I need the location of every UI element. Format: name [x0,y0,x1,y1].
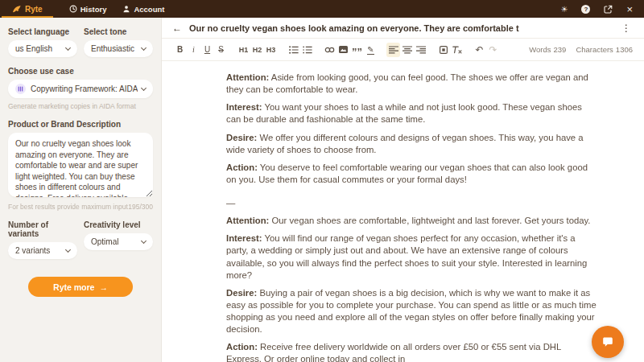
creativity-select[interactable]: Optimal [84,233,153,250]
clear-format-icon [452,46,462,54]
paragraph-interest-1[interactable]: Interest: You want your shoes to last a … [226,101,598,125]
paragraph-lead: Action: [226,342,258,352]
h2-button[interactable]: H2 [250,43,264,57]
export-icon[interactable] [604,5,613,14]
help-icon[interactable]: ? [581,5,590,14]
language-select[interactable]: us English [8,40,77,57]
align-center-button[interactable] [400,43,414,57]
chevron-down-icon [141,237,147,243]
underline-button[interactable]: U [200,43,214,57]
paragraph-lead: Interest: [226,102,262,112]
variants-select[interactable]: 2 variants [8,242,77,259]
ordered-list-icon [303,46,312,54]
language-label: Select language [8,27,77,36]
editor-toolbar: B i U S H1 H2 H3 [162,39,644,61]
tab-ryte[interactable]: Ryte [2,0,53,18]
highlight-pen-icon: ✎ [367,45,374,55]
paragraph-lead: Attention: [226,72,269,82]
link-button[interactable] [323,43,336,57]
embed-button[interactable] [436,43,450,57]
ryte-logo-icon [12,5,22,14]
paragraph-lead: Desire: [226,133,257,142]
bullet-list-button[interactable] [287,43,300,57]
chat-bubble-icon [601,335,615,349]
paragraph-action-1[interactable]: Action: You deserve to feel comfortable … [226,162,598,186]
variants-label: Number of variants [8,220,77,238]
topbar: Ryte History Account ☀ ? × [0,0,644,18]
align-right-icon [416,46,426,54]
characters-count: 1306 [616,45,633,54]
ryte-more-label: Ryte more [53,282,94,292]
creativity-value: Optimal [91,237,118,246]
topbar-right: ☀ ? × [560,0,644,18]
paragraph-lead: Interest: [226,233,262,243]
align-center-icon [402,46,412,54]
tone-select[interactable]: Enthusiastic [84,40,153,57]
description-label: Product or Brand Description [8,120,153,129]
paragraph-attention-2[interactable]: Attention: Our vegan shoes are comfortab… [226,215,598,227]
close-icon[interactable]: × [626,4,633,14]
bold-button[interactable]: B [173,43,187,57]
arrow-right-icon: → [99,282,108,292]
use-case-field: Choose use case Copywriting Framework: A… [8,67,153,110]
use-case-select[interactable]: Copywriting Framework: AIDA [8,80,153,98]
words-count: 239 [554,45,567,54]
link-icon [324,46,335,54]
account-label: Account [134,5,164,14]
paragraph-interest-2[interactable]: Interest: You will find our range of veg… [226,232,598,282]
brand-label: Ryte [25,5,43,14]
paragraph-desire-2[interactable]: Desire: Buying a pair of vegan shoes is … [226,287,598,336]
more-options-icon[interactable]: ⋮ [619,23,634,34]
chevron-down-icon [141,44,147,50]
active-tab-underline [2,16,53,18]
variants-field: Number of variants 2 variants [8,220,77,259]
tab-account[interactable]: Account [122,0,164,18]
chevron-down-icon [65,44,71,50]
ordered-list-button[interactable] [300,43,314,57]
embed-box-icon [440,46,448,54]
paragraph-lead: Desire: [226,288,257,298]
theme-toggle-icon[interactable]: ☀ [560,5,568,14]
tone-field: Select tone Enthusiastic [84,27,153,57]
redo-button[interactable]: ↷ [486,43,500,57]
back-arrow-icon[interactable]: ← [172,23,182,34]
clear-format-button[interactable] [450,43,464,57]
paragraph-lead: Action: [226,162,258,172]
use-case-label: Choose use case [8,67,153,76]
tab-history[interactable]: History [69,0,107,18]
paragraph-attention-1[interactable]: Attention: Aside from looking good, you … [226,72,598,96]
bullet-list-icon [289,46,299,54]
document-header: ← Our no cruelty vegan shoes look amazin… [162,18,644,39]
description-input[interactable]: Our no cruelty vegan shoes look amazing … [8,133,153,197]
paragraph-action-2[interactable]: Action: Receive free delivery worldwide … [226,341,598,362]
align-left-icon [389,46,398,54]
h3-button[interactable]: H3 [264,43,278,57]
language-value: us English [15,44,52,53]
align-left-button[interactable] [386,43,400,57]
undo-button[interactable]: ↶ [473,43,486,57]
document-editor[interactable]: Attention: Aside from looking good, you … [162,61,644,362]
account-person-icon [122,5,130,13]
paragraph-desire-1[interactable]: Desire: We offer you different colours a… [226,132,598,156]
align-right-button[interactable] [414,43,427,57]
document-title: Our no cruelty vegan shoes look amazing … [189,23,519,33]
document-stats: Words 239 Characters 1306 [529,45,633,54]
chevron-down-icon [141,84,147,90]
blockquote-button[interactable]: ”” [350,43,364,57]
words-label: Words [529,45,551,54]
variants-value: 2 variants [15,246,50,255]
sidebar: Select language us English Select tone E… [0,18,161,362]
chat-fab-button[interactable] [592,326,624,358]
chevron-down-icon [65,246,71,252]
strikethrough-button[interactable]: S [214,43,228,57]
ryte-more-button[interactable]: Ryte more → [28,277,133,297]
h1-button[interactable]: H1 [237,43,250,57]
characters-label: Characters [576,45,613,54]
highlight-button[interactable]: ✎ [364,43,378,57]
character-counter: 195/300 [128,203,153,211]
tone-value: Enthusiastic [91,44,134,53]
description-field: Product or Brand Description Our no crue… [8,120,153,211]
image-button[interactable] [336,43,350,57]
image-icon [339,46,348,53]
italic-button[interactable]: i [187,43,200,57]
